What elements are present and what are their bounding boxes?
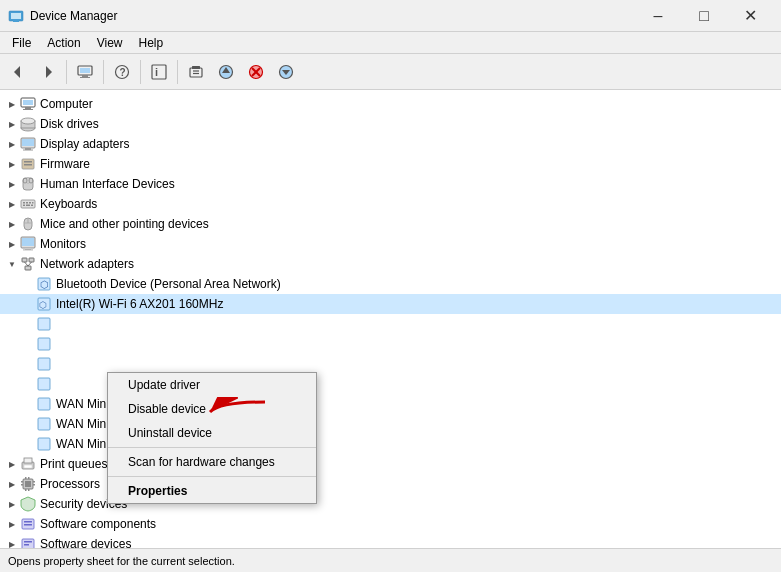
tree-arrow-software-devices[interactable] (4, 536, 20, 548)
svg-rect-57 (22, 258, 27, 262)
adapter-wan-pptp-icon (36, 416, 52, 432)
tree-arrow-mice[interactable] (4, 216, 20, 232)
toolbar-computer-button[interactable] (71, 58, 99, 86)
toolbar-disable-button[interactable] (242, 58, 270, 86)
tree-arrow-processors[interactable] (4, 476, 20, 492)
tree-arrow-computer[interactable] (4, 96, 20, 112)
tree-item-net2[interactable] (0, 334, 781, 354)
tree-item-firmware[interactable]: Firmware (0, 154, 781, 174)
toolbar-separator-1 (66, 60, 67, 84)
tree-label-hid: Human Interface Devices (40, 177, 175, 191)
svg-rect-45 (29, 202, 31, 204)
device-tree[interactable]: Computer Disk drives Display adapters (0, 90, 781, 548)
tree-item-software-components[interactable]: Software components (0, 514, 781, 534)
tree-item-net1[interactable] (0, 314, 781, 334)
window-controls: – □ ✕ (635, 0, 773, 32)
toolbar-separator-4 (177, 60, 178, 84)
svg-line-61 (28, 262, 32, 266)
app-icon (8, 8, 24, 24)
tree-arrow-hid[interactable] (4, 176, 20, 192)
svg-rect-44 (26, 202, 28, 204)
context-menu-sep2 (108, 476, 316, 477)
menu-file[interactable]: File (4, 34, 39, 52)
tree-arrow-security[interactable] (4, 496, 20, 512)
svg-rect-70 (38, 398, 50, 410)
tree-item-intel-wifi[interactable]: ⬡ Intel(R) Wi-Fi 6 AX201 160MHz (0, 294, 781, 314)
svg-rect-71 (38, 418, 50, 430)
svg-rect-89 (22, 539, 34, 548)
toolbar-properties-button[interactable]: i (145, 58, 173, 86)
tree-arrow-print[interactable] (4, 456, 20, 472)
toolbar-help-button[interactable]: ? (108, 58, 136, 86)
tree-arrow-keyboards[interactable] (4, 196, 20, 212)
back-button[interactable] (4, 58, 32, 86)
tree-item-bluetooth[interactable]: ⬡ Bluetooth Device (Personal Area Networ… (0, 274, 781, 294)
tree-item-hid[interactable]: Human Interface Devices (0, 174, 781, 194)
tree-label-software-components: Software components (40, 517, 156, 531)
svg-rect-51 (28, 218, 29, 223)
tree-item-software-devices[interactable]: Software devices (0, 534, 781, 548)
context-menu-scan-hardware[interactable]: Scan for hardware changes (108, 450, 316, 474)
tree-arrow-monitors[interactable] (4, 236, 20, 252)
adapter-net4-icon (36, 376, 52, 392)
context-menu-update-driver[interactable]: Update driver (108, 373, 316, 397)
svg-rect-8 (80, 77, 90, 78)
tree-arrow-firmware[interactable] (4, 156, 20, 172)
svg-rect-27 (23, 109, 33, 110)
toolbar-separator-3 (140, 60, 141, 84)
tree-arrow-network[interactable] (4, 256, 20, 272)
svg-text:?: ? (120, 67, 126, 78)
svg-rect-32 (22, 139, 34, 146)
svg-rect-59 (25, 266, 31, 270)
tree-arrow-display[interactable] (4, 136, 20, 152)
status-bar: Opens property sheet for the current sel… (0, 548, 781, 572)
close-button[interactable]: ✕ (727, 0, 773, 32)
tree-label-display: Display adapters (40, 137, 129, 151)
svg-rect-91 (24, 544, 29, 546)
adapter-net3-icon (36, 356, 52, 372)
tree-label-mice: Mice and other pointing devices (40, 217, 209, 231)
tree-item-display[interactable]: Display adapters (0, 134, 781, 154)
software-components-icon (20, 516, 36, 532)
tree-item-mice[interactable]: Mice and other pointing devices (0, 214, 781, 234)
svg-rect-37 (24, 164, 32, 166)
svg-rect-66 (38, 318, 50, 330)
adapter-bluetooth-icon: ⬡ (36, 276, 52, 292)
tree-item-keyboards[interactable]: Keyboards (0, 194, 781, 214)
adapter-net2-icon (36, 336, 52, 352)
tree-arrow-software-components[interactable] (4, 516, 20, 532)
menu-help[interactable]: Help (131, 34, 172, 52)
svg-rect-58 (29, 258, 34, 262)
tree-item-disk[interactable]: Disk drives (0, 114, 781, 134)
svg-text:⬡: ⬡ (39, 300, 47, 310)
tree-label-software-devices: Software devices (40, 537, 131, 548)
print-icon (20, 456, 36, 472)
maximize-button[interactable]: □ (681, 0, 727, 32)
forward-button[interactable] (34, 58, 62, 86)
toolbar-install-button[interactable] (272, 58, 300, 86)
minimize-button[interactable]: – (635, 0, 681, 32)
menu-action[interactable]: Action (39, 34, 88, 52)
svg-rect-7 (82, 75, 88, 77)
tree-item-computer[interactable]: Computer (0, 94, 781, 114)
svg-text:i: i (155, 66, 158, 78)
disk-icon (20, 116, 36, 132)
tree-label-disk: Disk drives (40, 117, 99, 131)
tree-arrow-disk[interactable] (4, 116, 20, 132)
svg-rect-34 (23, 150, 33, 151)
adapter-wan-pppoe-icon (36, 396, 52, 412)
window-title: Device Manager (30, 9, 635, 23)
tree-item-monitors[interactable]: Monitors (0, 234, 781, 254)
arrow-indicator (200, 397, 270, 430)
tree-item-net3[interactable] (0, 354, 781, 374)
context-menu-properties[interactable]: Properties (108, 479, 316, 503)
toolbar-update-button[interactable] (212, 58, 240, 86)
status-text: Opens property sheet for the current sel… (8, 555, 235, 567)
svg-text:⬡: ⬡ (40, 279, 49, 290)
svg-point-30 (21, 118, 35, 124)
context-menu-sep1 (108, 447, 316, 448)
svg-line-60 (25, 262, 29, 266)
toolbar-scan-button[interactable] (182, 58, 210, 86)
menu-view[interactable]: View (89, 34, 131, 52)
tree-item-network[interactable]: Network adapters (0, 254, 781, 274)
